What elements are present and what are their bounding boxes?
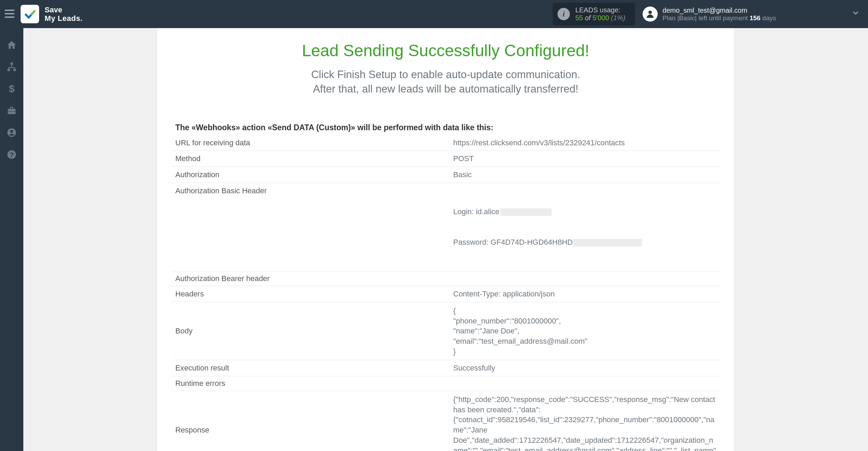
page-title: Lead Sending Successfully Configured! bbox=[157, 41, 734, 60]
svg-point-3 bbox=[648, 11, 652, 14]
brand-logo[interactable] bbox=[21, 5, 39, 23]
page-subtitle: Click Finish Setup to enable auto-update… bbox=[157, 68, 734, 96]
account-menu[interactable]: demo_sml_test@gmail.com Plan |Basic| lef… bbox=[643, 7, 776, 22]
row-runtime-errors: Runtime errors bbox=[171, 376, 720, 391]
redacted-login bbox=[500, 208, 552, 216]
avatar-icon bbox=[643, 7, 658, 22]
svg-rect-0 bbox=[5, 10, 14, 11]
row-url: URL for receiving data https://rest.clic… bbox=[171, 135, 720, 151]
usage-label: LEADS usage: bbox=[575, 6, 625, 14]
sidebar-profile-icon[interactable] bbox=[5, 127, 18, 138]
account-email: demo_sml_test@gmail.com bbox=[662, 7, 776, 14]
row-authorization: Authorization Basic bbox=[171, 167, 720, 183]
svg-text:?: ? bbox=[10, 151, 14, 159]
sidebar-help-icon[interactable]: ? bbox=[5, 149, 18, 160]
row-headers: Headers Content-Type: application/json bbox=[171, 286, 720, 302]
row-method: Method POST bbox=[171, 151, 720, 167]
account-plan: Plan |Basic| left until payment 156 days bbox=[662, 14, 776, 22]
menu-toggle[interactable] bbox=[5, 8, 21, 21]
sidebar-briefcase-icon[interactable] bbox=[5, 106, 18, 116]
info-icon: i bbox=[558, 8, 570, 20]
intro-text: The «Webhooks» action «Send DATA (Custom… bbox=[171, 123, 720, 132]
svg-rect-1 bbox=[5, 13, 14, 14]
config-table: URL for receiving data https://rest.clic… bbox=[171, 135, 720, 451]
svg-rect-4 bbox=[10, 63, 13, 65]
brand-text: Save My Leads. bbox=[45, 5, 83, 23]
row-body: Body { "phone_number":"8001000000", "nam… bbox=[171, 302, 720, 360]
svg-text:$: $ bbox=[9, 84, 15, 94]
sidebar-home-icon[interactable] bbox=[5, 40, 18, 50]
sidebar-billing-icon[interactable]: $ bbox=[5, 84, 18, 94]
row-execution-result: Execution result Successfully bbox=[171, 360, 720, 376]
chevron-down-icon[interactable] bbox=[776, 9, 860, 19]
usage-indicator[interactable]: i LEADS usage: 55 of 5'000 (1%) bbox=[553, 3, 635, 25]
svg-rect-9 bbox=[8, 111, 16, 111]
sidebar-connections-icon[interactable] bbox=[5, 62, 18, 72]
svg-rect-2 bbox=[5, 16, 14, 18]
redacted-password bbox=[573, 239, 642, 246]
row-auth-bearer-header: Authorization Bearer header bbox=[171, 271, 720, 286]
row-auth-basic-header: Authorization Basic Header Login: id.ali… bbox=[171, 183, 720, 272]
svg-rect-6 bbox=[13, 69, 16, 71]
row-response: Response {"http_code":200,"response_code… bbox=[171, 391, 720, 451]
svg-rect-5 bbox=[8, 69, 10, 71]
usage-values: 55 of 5'000 (1%) bbox=[575, 14, 625, 22]
svg-point-11 bbox=[10, 130, 13, 133]
